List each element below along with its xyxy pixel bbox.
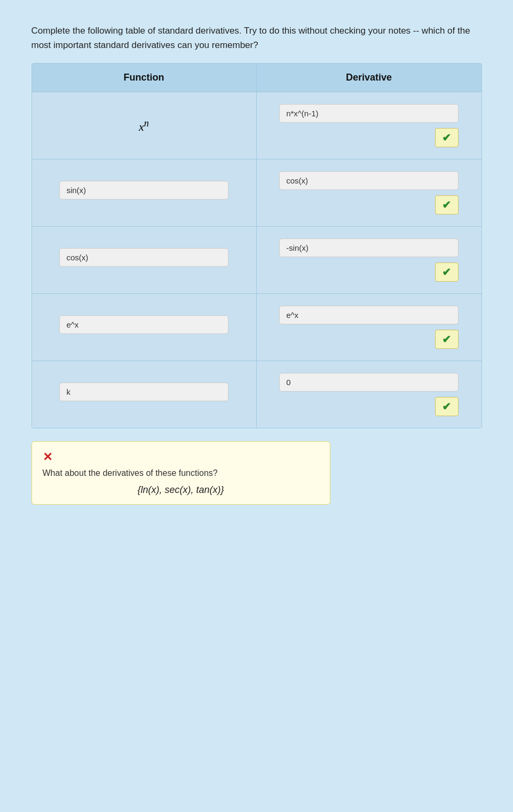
- derivative-input-wrapper-4: ✔: [279, 306, 459, 349]
- check-badge-1: ✔: [435, 128, 459, 147]
- derivative-input-wrapper-3: ✔: [279, 238, 459, 282]
- function-cell-1: xn: [32, 92, 257, 159]
- function-cell-5: [32, 361, 257, 428]
- function-input-wrapper-3: [59, 248, 228, 272]
- function-cell-2: [32, 160, 257, 226]
- checkmark-icon-2: ✔: [442, 198, 451, 211]
- table-row: ✔: [32, 227, 482, 294]
- function-input-wrapper-2: [59, 181, 228, 205]
- table-row: xn ✔: [32, 92, 482, 160]
- function-cell-4: [32, 294, 257, 361]
- table-row: ✔: [32, 361, 482, 428]
- hint-text: What about the derivatives of these func…: [43, 468, 319, 478]
- check-badge-5: ✔: [435, 397, 459, 416]
- derivative-input-wrapper-1: ✔: [279, 104, 459, 147]
- header-function: Function: [32, 63, 257, 92]
- derivative-input-4[interactable]: [279, 306, 459, 324]
- checkmark-icon-3: ✔: [442, 266, 451, 278]
- derivative-cell-2: ✔: [257, 160, 482, 226]
- checkmark-icon-1: ✔: [442, 131, 451, 144]
- derivatives-table: Function Derivative xn ✔: [31, 63, 482, 428]
- header-derivative: Derivative: [257, 63, 482, 92]
- derivative-input-wrapper-2: ✔: [279, 171, 459, 214]
- derivative-cell-5: ✔: [257, 361, 482, 428]
- derivative-cell-4: ✔: [257, 294, 482, 361]
- x-icon: ✕: [43, 450, 319, 464]
- checkmark-icon-4: ✔: [442, 333, 451, 346]
- function-input-wrapper-4: [59, 315, 228, 339]
- checkmark-icon-5: ✔: [442, 400, 451, 413]
- hint-math: {ln(x), sec(x), tan(x)}: [43, 484, 319, 496]
- function-input-wrapper-5: [59, 383, 228, 407]
- check-badge-2: ✔: [435, 195, 459, 214]
- derivative-input-5[interactable]: [279, 373, 459, 392]
- table-row: ✔: [32, 160, 482, 227]
- function-input-3[interactable]: [59, 248, 228, 267]
- function-input-2[interactable]: [59, 181, 228, 200]
- function-cell-3: [32, 227, 257, 293]
- function-math-1: xn: [139, 118, 149, 134]
- table-row: ✔: [32, 294, 482, 361]
- derivative-cell-1: ✔: [257, 92, 482, 159]
- derivative-input-3[interactable]: [279, 238, 459, 257]
- function-input-4[interactable]: [59, 315, 228, 334]
- main-container: Complete the following table of standard…: [17, 11, 497, 518]
- intro-text: Complete the following table of standard…: [31, 23, 482, 52]
- function-input-5[interactable]: [59, 383, 228, 401]
- derivative-input-wrapper-5: ✔: [279, 373, 459, 416]
- derivative-input-1[interactable]: [279, 104, 459, 123]
- table-header: Function Derivative: [32, 63, 482, 92]
- derivative-cell-3: ✔: [257, 227, 482, 293]
- check-badge-3: ✔: [435, 262, 459, 282]
- hint-box: ✕ What about the derivatives of these fu…: [31, 441, 330, 505]
- derivative-input-2[interactable]: [279, 171, 459, 190]
- check-badge-4: ✔: [435, 330, 459, 349]
